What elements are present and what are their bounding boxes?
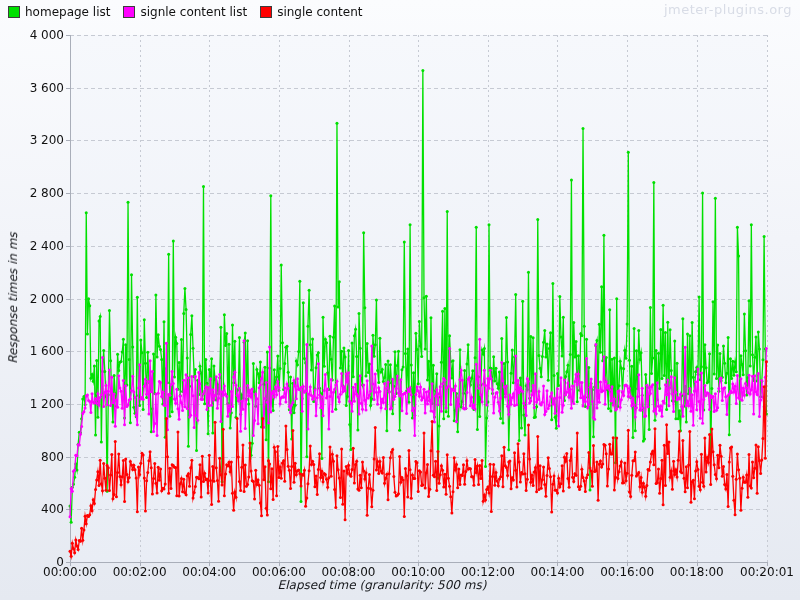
legend-swatch-red bbox=[260, 6, 272, 18]
y-tick-label: 4 000 bbox=[30, 28, 64, 42]
y-tick-label: 1 600 bbox=[30, 344, 64, 358]
y-tick-label: 400 bbox=[41, 502, 64, 516]
legend-swatch-magenta bbox=[123, 6, 135, 18]
y-axis-title: Response times in ms bbox=[6, 232, 20, 363]
y-tick-label: 2 800 bbox=[30, 186, 64, 200]
x-tick-label: 00:04:00 bbox=[182, 565, 236, 579]
y-tick-label: 2 000 bbox=[30, 292, 64, 306]
x-tick-label: 00:12:00 bbox=[461, 565, 515, 579]
x-tick-label: 00:02:00 bbox=[113, 565, 167, 579]
legend-item-single-content: single content bbox=[260, 5, 362, 19]
y-tick-label: 3 600 bbox=[30, 81, 64, 95]
legend-swatch-green bbox=[8, 6, 20, 18]
x-tick-label: 00:18:00 bbox=[670, 565, 724, 579]
x-tick-label: 00:16:00 bbox=[600, 565, 654, 579]
legend: homepage list signle content list single… bbox=[8, 5, 362, 19]
y-tick-label: 3 200 bbox=[30, 133, 64, 147]
x-tick-label: 00:08:00 bbox=[322, 565, 376, 579]
y-tick-label: 2 400 bbox=[30, 239, 64, 253]
legend-item-signle-content-list: signle content list bbox=[123, 5, 247, 19]
legend-item-homepage-list: homepage list bbox=[8, 5, 110, 19]
jmeter-response-times-chart: homepage list signle content list single… bbox=[0, 0, 800, 600]
plot-canvas bbox=[0, 0, 800, 600]
x-tick-label: 00:10:00 bbox=[391, 565, 445, 579]
y-tick-label: 1 200 bbox=[30, 397, 64, 411]
x-axis-title: Elapsed time (granularity: 500 ms) bbox=[278, 578, 487, 592]
legend-label: homepage list bbox=[25, 5, 110, 19]
x-tick-label: 00:20:01 bbox=[740, 565, 794, 579]
watermark: jmeter-plugins.org bbox=[664, 2, 792, 17]
legend-label: single content bbox=[277, 5, 362, 19]
x-tick-label: 00:14:00 bbox=[531, 565, 585, 579]
legend-label: signle content list bbox=[140, 5, 247, 19]
x-tick-label: 00:00:00 bbox=[43, 565, 97, 579]
y-tick-label: 800 bbox=[41, 450, 64, 464]
x-tick-label: 00:06:00 bbox=[252, 565, 306, 579]
